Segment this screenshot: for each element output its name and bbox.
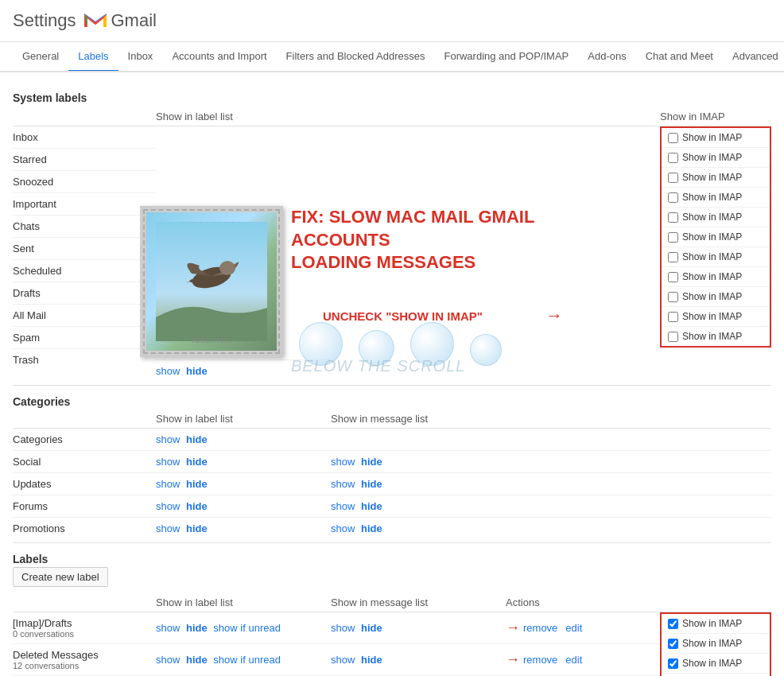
lbl-row-deleted-msgs: Deleted Messages 12 conversations show h… [13,644,771,676]
imap-checkbox-inbox[interactable] [668,133,678,143]
bubble-4 [470,334,502,366]
imap-checkbox-snoozed[interactable] [668,173,678,183]
cat-categories-hide[interactable]: hide [186,433,208,445]
cat-updates-msg-hide[interactable]: hide [361,478,382,490]
tab-accounts[interactable]: Accounts and Import [162,42,276,72]
deleted-msgs-show[interactable]: show [156,654,180,666]
deleted-msgs-show-unread[interactable]: show if unread [213,654,281,666]
cat-social-show[interactable]: show [156,456,180,468]
imap-checkbox-important[interactable] [668,192,678,203]
label-row-trash: Trash [13,349,156,371]
imap-drafts-show[interactable]: show [156,622,180,634]
settings-title: Settings [13,10,76,31]
cat-promotions-msg-hide[interactable]: hide [361,523,382,534]
gmail-label: Gmail [111,10,157,31]
cat-col-show-label: Show in label list [156,413,331,425]
cat-row-promotions: Promotions show hide show hide [13,518,771,539]
tab-labels[interactable]: Labels [68,42,118,72]
cat-forums-hide[interactable]: hide [186,500,208,512]
cat-row-categories: Categories show hide [13,429,771,451]
cat-social-msg-show[interactable]: show [331,456,355,468]
imap-checkbox-drafts[interactable] [668,272,678,282]
spam-hide-link[interactable]: hide [186,343,208,355]
cat-social-msg-hide[interactable]: hide [361,456,382,468]
imap-checkbox-sent[interactable] [668,232,678,243]
tab-general[interactable]: General [13,42,68,72]
bubble-3 [410,322,454,366]
tab-advanced[interactable]: Advanced [723,42,784,72]
imap-label-scheduled: Show in IMAP [682,251,742,262]
cat-updates-msg-show[interactable]: show [331,478,355,490]
tab-inbox[interactable]: Inbox [118,42,163,72]
deleted-msgs-edit[interactable]: edit [565,654,582,666]
app-header: Settings Gmail [0,0,784,42]
imap-row-starred: Show in IMAP [662,148,770,168]
trash-show-link[interactable]: show [156,365,180,377]
deleted-msgs-msg-show[interactable]: show [331,654,355,666]
create-new-label-button[interactable]: Create new label [13,567,108,587]
imap-drafts-msg-show[interactable]: show [331,622,355,634]
deleted-msgs-hide[interactable]: hide [186,654,208,666]
cat-forums-msg-hide[interactable]: hide [361,500,382,512]
label-row-scheduled: Scheduled [13,260,156,282]
system-labels-title: System labels [13,85,771,107]
imap-lbl-checkbox-3[interactable] [668,659,678,669]
categories-title: Categories [13,389,771,410]
cat-forums-msg-show[interactable]: show [331,500,355,512]
cat-promotions-msg-show[interactable]: show [331,523,355,534]
imap-drafts-edit[interactable]: edit [565,622,582,634]
lbl-row-imap-drafts: [Imap]/Drafts 0 conversations show hide … [13,612,771,644]
tab-addons[interactable]: Add-ons [578,42,635,72]
trash-hide-link[interactable]: hide [186,365,208,377]
deleted-msgs-arrow: → [506,651,520,668]
tab-chat[interactable]: Chat and Meet [636,42,723,72]
label-name-inbox: Inbox [13,131,38,143]
spam-show-unread-link[interactable]: show if unread [213,343,281,355]
cat-categories-msg [331,433,522,445]
col-header-spacer [331,111,660,122]
imap-drafts-remove[interactable]: remove [523,622,557,634]
imap-checkbox-scheduled[interactable] [668,252,678,262]
imap-row-allmail: Show in IMAP [662,287,770,307]
labels-section: Labels Create new label Show in label li… [13,546,771,676]
show-hide-spacer [156,126,331,338]
cat-promotions-show[interactable]: show [156,523,180,534]
tab-filters[interactable]: Filters and Blocked Addresses [277,42,435,72]
imap-lbl-checkbox-1[interactable] [668,619,678,629]
cat-categories-show[interactable]: show [156,433,180,445]
imap-drafts-msg-hide[interactable]: hide [361,622,382,634]
cat-forums-show[interactable]: show [156,500,180,512]
label-name-sent: Sent [13,243,34,254]
imap-label-spam: Show in IMAP [682,311,742,322]
labels-title: Labels [13,546,771,567]
spam-show-link[interactable]: show [156,343,180,355]
imap-drafts-hide[interactable]: hide [186,622,208,634]
imap-label-allmail: Show in IMAP [682,291,742,302]
deleted-msgs-remove[interactable]: remove [523,654,557,666]
imap-lbl-checkbox-2[interactable] [668,639,678,649]
cat-name-updates: Updates [13,478,156,490]
imap-drafts-show-unread[interactable]: show if unread [213,622,281,634]
imap-panel-labels: Show in IMAP Show in IMAP Show in IMAP S… [660,612,771,676]
imap-checkbox-allmail[interactable] [668,292,678,302]
imap-lbl-label-3: Show in IMAP [682,658,742,669]
cat-updates-show[interactable]: show [156,478,180,490]
imap-checkbox-starred[interactable] [668,153,678,163]
label-row-sent: Sent [13,238,156,260]
imap-label-trash: Show in IMAP [682,331,742,342]
imap-checkbox-spam[interactable] [668,312,678,322]
imap-checkbox-trash[interactable] [668,332,678,342]
tab-forwarding[interactable]: Forwarding and POP/IMAP [434,42,578,72]
imap-row-inbox: Show in IMAP [662,128,770,148]
deleted-msgs-msg-hide[interactable]: hide [361,654,382,666]
imap-checkbox-chats[interactable] [668,212,678,223]
col-header-imap-top: Show in IMAP [660,111,771,122]
trash-show-hide: show hide [156,360,331,382]
imap-row-important: Show in IMAP [662,188,770,208]
cat-promotions-hide[interactable]: hide [186,523,208,534]
imap-row-drafts: Show in IMAP [662,267,770,287]
cat-updates-hide[interactable]: hide [186,478,208,490]
cat-name-promotions: Promotions [13,523,156,534]
cat-social-hide[interactable]: hide [186,456,208,468]
label-name-drafts: Drafts [13,287,41,299]
